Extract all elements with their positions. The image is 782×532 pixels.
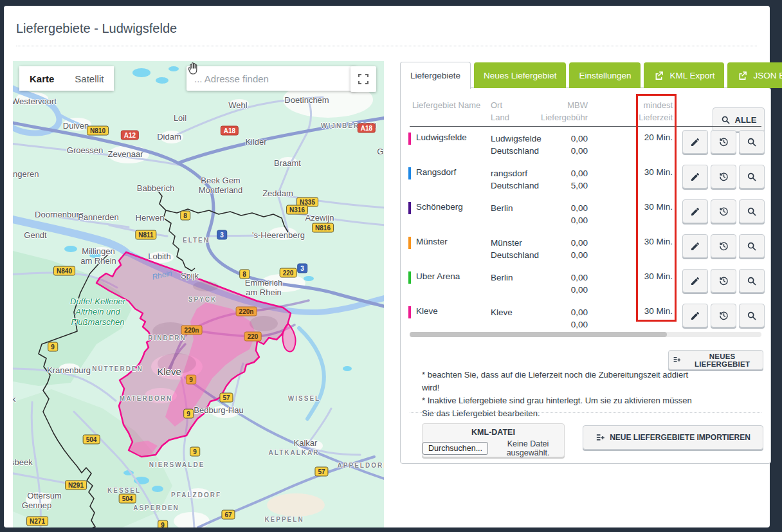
route-badge: 504 [83,435,100,445]
tab[interactable]: Neues Liefergebiet [474,62,566,88]
fullscreen-button[interactable] [350,66,376,92]
area-min-time: 30 Min. [621,167,673,177]
area-mbw-fee: 0,000,00 [536,202,588,226]
kml-file-title: KML-DATEI [423,428,564,437]
header-min-time: mindest Lieferzeit [621,99,673,124]
edit-button[interactable] [682,269,708,293]
tab-label: Einstellungen [579,71,631,80]
row-actions [682,234,765,258]
history-button[interactable] [711,165,736,188]
tab-label: Liefergebiete [410,71,460,80]
import-delivery-areas-button[interactable]: NEUE LIEFERGEBIETE IMPORTIEREN [583,425,763,450]
route-badge: 9 [48,342,58,352]
tab-label: Neues Liefergebiet [484,71,556,80]
delivery-area-list: Ludwigsfelde LudwigsfeldeDeutschland 0,0… [401,128,770,336]
map-type-satellite-button[interactable]: Satellit [64,66,114,91]
history-button[interactable] [711,234,736,258]
all-button-label: ALLE [735,115,757,125]
area-min-time: 20 Min. [621,133,673,142]
address-search-input[interactable] [186,66,356,91]
list-plus-icon [673,355,681,365]
area-name: Ludwigsfelde [416,133,467,142]
area-ort-land: Berlin [491,202,513,214]
map-type-map-button[interactable]: Karte [19,66,64,91]
tab[interactable]: Einstellungen [569,62,641,88]
area-min-time: 30 Min. [621,237,673,246]
row-actions [682,130,765,154]
area-color-bar [408,271,411,284]
tab-label: JSON Export [753,71,782,80]
delivery-area-row: Rangsdorf rangsdorfDeutschland 0,005,00 … [401,163,770,197]
content-card: Liefergebiete - Ludwigsfelde [4,6,770,527]
row-actions [682,165,765,188]
edit-button[interactable] [682,304,708,327]
zoom-to-area-button[interactable] [739,269,765,293]
edit-button[interactable] [682,199,708,223]
area-mbw-fee: 0,000,00 [536,306,588,331]
route-badge: 9 [190,447,200,457]
history-icon [718,136,729,147]
browse-file-button[interactable]: Durchsuchen... [423,442,488,455]
pencil-icon [690,172,700,182]
fullscreen-icon [358,73,369,85]
area-min-time: 30 Min. [621,271,673,281]
route-badge: N840 [53,266,75,276]
kml-file-box: KML-DATEI Durchsuchen... Keine Datei aus… [422,423,565,457]
scrollbar-thumb[interactable] [410,332,667,337]
tab[interactable]: JSON Export [727,62,782,88]
area-color-bar [408,133,411,145]
history-button[interactable] [711,304,736,327]
area-mbw-fee: 0,005,00 [536,167,588,192]
zoom-to-area-button[interactable] [739,304,765,327]
area-name: Rangsdorf [416,167,456,177]
section-divider [410,412,761,413]
area-ort-land: MünsterDeutschland [491,237,539,261]
history-button[interactable] [711,199,736,223]
export-icon [737,70,748,81]
area-name: Schöneberg [416,202,463,212]
row-actions [682,199,765,223]
route-badge: 8 [239,270,250,279]
row-actions [682,304,765,327]
zoom-to-area-button[interactable] [739,165,765,188]
zoom-to-area-button[interactable] [739,234,765,258]
area-min-time: 30 Min. [621,202,673,212]
tab[interactable]: Liefergebiete [400,62,471,89]
history-button[interactable] [711,269,736,293]
area-name: Münster [416,237,448,246]
tab[interactable]: KML Export [644,62,724,88]
route-badge: N816 [312,223,334,233]
delivery-area-map[interactable]: Karte Satellit WestervoortDuivenGroessen… [13,61,384,527]
page-title: Liefergebiete - Ludwigsfelde [16,21,177,36]
history-button[interactable] [711,130,736,154]
area-ort-land: rangsdorfDeutschland [491,167,539,192]
route-badge: 67 [221,510,235,520]
edit-button[interactable] [682,165,708,188]
route-badge: 57 [314,467,328,477]
new-delivery-area-button[interactable]: NEUES LIEFERGEBIET [668,350,763,370]
history-icon [718,275,729,286]
delivery-area-row: Ludwigsfelde LudwigsfeldeDeutschland 0,0… [401,128,770,163]
area-ort-land: LudwigsfeldeDeutschland [491,133,541,157]
route-badge: 9 [158,520,168,528]
route-badge: A18 [358,124,376,133]
horizontal-scrollbar[interactable] [410,332,761,337]
edit-button[interactable] [682,130,708,154]
table-header: Liefergebiet Name Ort Land MBW Liefergeb… [401,97,770,125]
delivery-areas-panel: Liefergebiet Name Ort Land MBW Liefergeb… [400,87,771,464]
list-plus-icon [596,433,605,443]
route-badge: N810 [87,126,109,136]
zoom-to-area-button[interactable] [739,199,765,223]
no-file-label: Keine Datei ausgewählt. [492,439,564,457]
zoom-to-area-button[interactable] [739,130,765,154]
route-badge: 3 [297,264,307,273]
map-type-control: Karte Satellit [19,66,114,91]
header-name: Liefergebiet Name [412,99,480,111]
edit-button[interactable] [682,234,708,258]
route-badge: 220n [181,326,203,335]
area-color-bar [408,167,411,179]
delivery-area-row: Uber Arena Berlin 0,000,00 30 Min. [401,267,770,302]
area-ort-land: Berlin [491,271,513,284]
note-line-2: * Inaktive Liefergebiete sind grau hinte… [422,394,705,420]
delivery-area-row: Schöneberg Berlin 0,000,00 30 Min. [401,197,770,232]
